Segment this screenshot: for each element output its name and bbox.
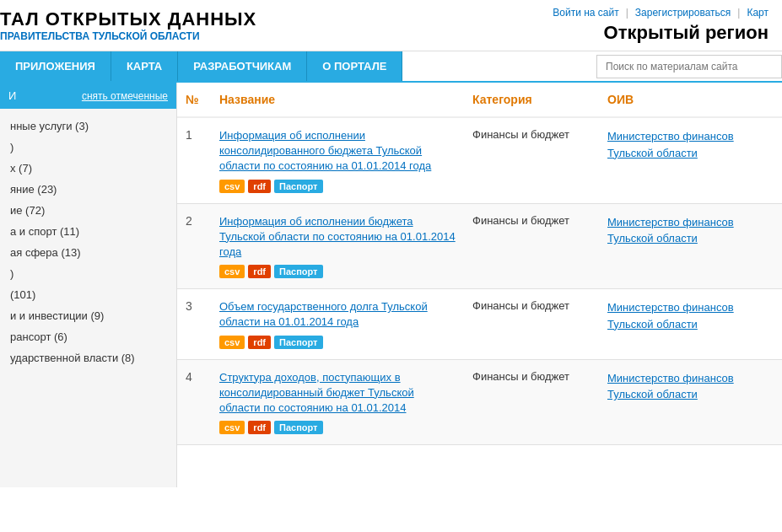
oiv-link-1[interactable]: Министерство финансовТульской области — [607, 216, 734, 245]
badges-2: csvrdfПаспорт — [219, 336, 456, 349]
table-row: 1Информация об исполнении консолидирован… — [177, 117, 782, 203]
portal-title: ТАЛ ОТКРЫТЫХ ДАННЫХ — [0, 8, 256, 30]
row-link-0[interactable]: Информация об исполнении консолидированн… — [219, 128, 456, 175]
table-row: 3Объем государственного долга Тульской о… — [177, 289, 782, 359]
table-row: 4Структура доходов, поступающих в консол… — [177, 359, 782, 445]
portal-subtitle: ПРАВИТЕЛЬСТВА ТУЛЬСКОЙ ОБЛАСТИ — [0, 30, 256, 42]
table-head: № Название Категория ОИВ — [177, 83, 782, 117]
col-header-oiv: ОИВ — [599, 83, 782, 117]
separator2: | — [737, 7, 740, 19]
content-area: № Название Категория ОИВ 1Информация об … — [177, 83, 782, 487]
sidebar-item-8[interactable]: (101) — [0, 284, 176, 305]
separator1: | — [626, 7, 628, 19]
header-right: Войти на сайт | Зарегистрироваться | Кар… — [553, 7, 769, 44]
cell-no-3: 4 — [177, 359, 211, 445]
badges-1: csvrdfПаспорт — [219, 265, 456, 278]
register-link[interactable]: Зарегистрироваться — [635, 7, 731, 19]
main-layout: И снять отмеченные нные услуги (3) ) х (… — [0, 83, 782, 487]
sidebar-item-0[interactable]: нные услуги (3) — [0, 116, 176, 137]
cell-name-2: Объем государственного долга Тульской об… — [211, 289, 464, 359]
table-body: 1Информация об исполнении консолидирован… — [177, 117, 782, 445]
cell-no-0: 1 — [177, 117, 211, 203]
data-table-wrap: № Название Категория ОИВ 1Информация об … — [177, 83, 782, 445]
oiv-link-0[interactable]: Министерство финансовТульской области — [607, 130, 734, 159]
sidebar-items: нные услуги (3) ) х (7) яние (23) ие (72… — [0, 109, 176, 375]
badge-rdf-0[interactable]: rdf — [248, 180, 271, 193]
data-table: № Название Категория ОИВ 1Информация об … — [177, 83, 782, 445]
cell-oiv-2: Министерство финансовТульской области — [599, 289, 782, 359]
badge-passport-1[interactable]: Паспорт — [274, 265, 322, 278]
col-header-name: Название — [211, 83, 464, 117]
sidebar-item-11[interactable]: ударственной власти (8) — [0, 347, 176, 368]
sidebar-item-9[interactable]: и и инвестиции (9) — [0, 305, 176, 326]
badge-csv-1[interactable]: csv — [219, 265, 245, 278]
cell-oiv-3: Министерство финансовТульской области — [599, 359, 782, 445]
badges-3: csvrdfПаспорт — [219, 421, 456, 434]
region-title: Открытый регион — [604, 22, 769, 44]
badge-csv-0[interactable]: csv — [219, 180, 245, 193]
oiv-link-3[interactable]: Министерство финансовТульской области — [607, 372, 734, 401]
badge-passport-2[interactable]: Паспорт — [274, 336, 322, 349]
cell-category-0: Финансы и бюджет — [464, 117, 599, 203]
nav-item-dev[interactable]: РАЗРАБОТЧИКАМ — [178, 51, 307, 81]
table-row: 2Информация об исполнении бюджета Тульск… — [177, 203, 782, 289]
cell-name-0: Информация об исполнении консолидированн… — [211, 117, 464, 203]
badge-passport-3[interactable]: Паспорт — [274, 421, 322, 434]
oiv-link-2[interactable]: Министерство финансовТульской области — [607, 301, 734, 330]
search-input[interactable] — [596, 55, 782, 78]
badge-rdf-1[interactable]: rdf — [248, 265, 271, 278]
nav-item-map[interactable]: КАРТА — [111, 51, 178, 81]
cell-name-1: Информация об исполнении бюджета Тульско… — [211, 203, 464, 289]
sidebar-title: И — [8, 89, 16, 102]
cell-no-1: 2 — [177, 203, 211, 289]
cell-category-1: Финансы и бюджет — [464, 203, 599, 289]
row-link-3[interactable]: Структура доходов, поступающих в консоли… — [219, 370, 456, 416]
badge-passport-0[interactable]: Паспорт — [274, 180, 322, 193]
cell-oiv-1: Министерство финансовТульской области — [599, 203, 782, 289]
sidebar-clear-button[interactable]: снять отмеченные — [82, 90, 168, 102]
sidebar-item-2[interactable]: х (7) — [0, 158, 176, 179]
badge-rdf-2[interactable]: rdf — [248, 336, 271, 349]
cell-oiv-0: Министерство финансовТульской области — [599, 117, 782, 203]
sidebar-item-7[interactable]: ) — [0, 263, 176, 284]
header-links: Войти на сайт | Зарегистрироваться | Кар… — [553, 7, 769, 19]
nav: ПРИЛОЖЕНИЯ КАРТА РАЗРАБОТЧИКАМ О ПОРТАЛЕ — [0, 51, 782, 83]
row-link-1[interactable]: Информация об исполнении бюджета Тульско… — [219, 214, 456, 261]
header-left: ТАЛ ОТКРЫТЫХ ДАННЫХ ПРАВИТЕЛЬСТВА ТУЛЬСК… — [0, 8, 256, 42]
sidebar-item-5[interactable]: а и спорт (11) — [0, 221, 176, 242]
badges-0: csvrdfПаспорт — [219, 180, 456, 193]
cell-category-3: Финансы и бюджет — [464, 359, 599, 445]
cell-category-2: Финансы и бюджет — [464, 289, 599, 359]
cell-no-2: 3 — [177, 289, 211, 359]
sidebar-item-6[interactable]: ая сфера (13) — [0, 242, 176, 263]
sidebar-item-4[interactable]: ие (72) — [0, 200, 176, 221]
badge-rdf-3[interactable]: rdf — [248, 421, 271, 434]
badge-csv-3[interactable]: csv — [219, 421, 245, 434]
sidebar-item-3[interactable]: яние (23) — [0, 179, 176, 200]
row-link-2[interactable]: Объем государственного долга Тульской об… — [219, 299, 456, 330]
badge-csv-2[interactable]: csv — [219, 336, 245, 349]
cell-name-3: Структура доходов, поступающих в консоли… — [211, 359, 464, 445]
sidebar-header: И снять отмеченные — [0, 83, 176, 109]
login-link[interactable]: Войти на сайт — [553, 7, 618, 19]
nav-item-apps[interactable]: ПРИЛОЖЕНИЯ — [0, 51, 111, 81]
header: ТАЛ ОТКРЫТЫХ ДАННЫХ ПРАВИТЕЛЬСТВА ТУЛЬСК… — [0, 0, 782, 51]
col-header-no: № — [177, 83, 211, 117]
sidebar: И снять отмеченные нные услуги (3) ) х (… — [0, 83, 177, 487]
map-link[interactable]: Карт — [747, 7, 769, 19]
col-header-category: Категория — [464, 83, 599, 117]
sidebar-item-10[interactable]: рансорт (6) — [0, 326, 176, 347]
sidebar-item-1[interactable]: ) — [0, 137, 176, 158]
nav-item-about[interactable]: О ПОРТАЛЕ — [307, 51, 402, 81]
table-header-row: № Название Категория ОИВ — [177, 83, 782, 117]
